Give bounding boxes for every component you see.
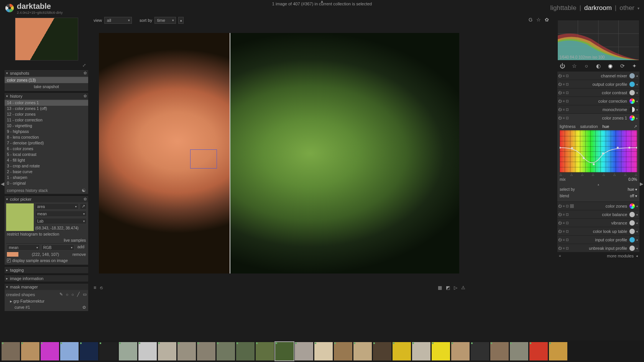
module-row[interactable]: ⏻≡⊡channel mixer◂ <box>557 71 639 80</box>
power-icon[interactable]: ⏻ <box>558 204 562 208</box>
history-item[interactable]: 4 - fill light <box>5 157 88 163</box>
picker-stat-dropdown[interactable]: mean <box>35 211 87 217</box>
history-item[interactable]: 14 - color zones 1 <box>5 100 88 106</box>
history-item[interactable]: 2 - base curve <box>5 169 88 175</box>
multi-instance-icon[interactable]: ≡ <box>563 116 565 120</box>
filmstrip-thumb[interactable] <box>510 342 528 360</box>
styles-icon[interactable]: ⎋ <box>100 285 103 290</box>
filmstrip-thumb[interactable] <box>21 342 39 360</box>
section-color-picker[interactable]: ▾ color picker ✿ <box>5 195 88 202</box>
navigation-thumbnail[interactable] <box>15 18 78 61</box>
tab-correct-icon[interactable]: ⟳ <box>618 63 627 69</box>
reset-icon[interactable]: ⊡ <box>566 74 569 78</box>
filmstrip-thumb[interactable] <box>256 342 274 360</box>
filmstrip-thumb[interactable] <box>41 342 59 360</box>
filmstrip-thumb[interactable] <box>2 342 20 360</box>
display-samples-checkbox[interactable] <box>7 259 11 262</box>
history-item[interactable]: 13 - color zones 1 (off) <box>5 106 88 111</box>
view-other[interactable]: other <box>619 4 634 12</box>
tab-saturation[interactable]: saturation <box>580 124 598 129</box>
filmstrip-thumb[interactable] <box>158 342 176 360</box>
filmstrip-thumb[interactable] <box>471 342 489 360</box>
sample-mode-dropdown[interactable]: mean <box>7 244 40 251</box>
eyedropper-icon[interactable]: ↗ <box>634 124 637 129</box>
multi-instance-icon[interactable]: ≡ <box>563 213 565 216</box>
module-row[interactable]: ⏻≡⊡color balance◂ <box>557 210 639 218</box>
module-row[interactable]: ⏻≡⊡output color profile◂ <box>557 80 639 88</box>
reset-icon[interactable]: ⊡ <box>566 108 569 111</box>
section-tagging[interactable]: ▸ tagging <box>5 266 88 273</box>
power-icon[interactable]: ⏻ <box>558 213 562 216</box>
pencil-icon[interactable]: ✎ <box>59 292 63 297</box>
chevron-down-icon[interactable]: ▾ <box>637 6 639 10</box>
compress-history-button[interactable]: compress history stack <box>7 188 82 193</box>
module-row[interactable]: ⏻≡⊡vibrance◂ <box>557 218 639 227</box>
filmstrip-thumb[interactable] <box>373 342 391 360</box>
expand-icon[interactable]: ◂ <box>635 74 639 78</box>
multi-instance-icon[interactable]: ≡ <box>563 221 565 225</box>
filmstrip-thumb[interactable] <box>177 342 196 360</box>
color-assessment-icon[interactable]: ▦ <box>438 285 442 290</box>
histogram[interactable]: 1/640 f/4.0 102mm iso 100 <box>557 20 639 61</box>
filmstrip-thumb[interactable] <box>334 342 352 360</box>
filmstrip-thumb[interactable] <box>490 342 509 360</box>
expand-icon[interactable]: ◂ <box>635 229 639 233</box>
history-item[interactable]: 5 - local contrast <box>5 152 88 157</box>
history-item[interactable]: 6 - color zones <box>5 146 88 152</box>
picker-mode-dropdown[interactable]: area <box>35 203 79 210</box>
power-icon[interactable]: ⏻ <box>558 221 562 225</box>
filmstrip-thumb[interactable] <box>236 342 255 360</box>
add-sample-button[interactable]: add <box>76 244 86 251</box>
history-item[interactable]: 0 - original <box>5 180 88 186</box>
collapse-right-icon[interactable]: ▶ <box>640 181 643 187</box>
reset-icon[interactable]: ⊡ <box>566 204 569 208</box>
take-snapshot-button[interactable]: take snapshot <box>5 83 88 90</box>
multi-instance-icon[interactable]: ≡ <box>563 74 565 78</box>
power-icon[interactable]: ⏻ <box>558 238 562 242</box>
filmstrip-thumb[interactable] <box>549 342 567 360</box>
expand-icon[interactable]: ◂ <box>635 99 639 103</box>
expand-icon[interactable]: ◂ <box>635 82 639 86</box>
multi-instance-icon[interactable]: ≡ <box>563 108 565 111</box>
expand-icon[interactable]: ◂ <box>635 246 639 250</box>
softproof-icon[interactable]: ▷ <box>454 285 457 290</box>
sort-direction-button[interactable]: ▴ <box>178 17 184 24</box>
gear-icon[interactable]: ✿ <box>545 17 549 23</box>
color-picker-area-rect[interactable] <box>190 149 217 169</box>
filmstrip-thumb[interactable] <box>393 342 411 360</box>
sort-dropdown[interactable]: time <box>154 17 176 24</box>
history-item[interactable]: 10 - vignetting <box>5 123 88 129</box>
power-icon[interactable]: ⏻ <box>558 91 562 95</box>
remove-sample-button[interactable]: remove <box>72 252 86 257</box>
expand-icon[interactable]: ◂ <box>635 238 639 242</box>
gear-icon[interactable]: ✿ <box>84 94 87 98</box>
history-item[interactable]: 11 - color correction <box>5 117 88 123</box>
expand-icon[interactable]: ◂ <box>635 204 639 208</box>
multi-instance-icon[interactable]: ≡ <box>563 99 565 103</box>
view-darkroom[interactable]: darkroom <box>584 4 612 12</box>
expand-icon[interactable]: ◂ <box>635 213 639 216</box>
expand-icon[interactable]: ◂ <box>635 91 639 95</box>
tab-lightness[interactable]: lightness <box>560 124 575 129</box>
expand-icon[interactable]: ◂ <box>635 221 639 225</box>
multi-instance-icon[interactable]: ≡ <box>563 229 565 233</box>
tab-favorites-icon[interactable]: ☆ <box>570 63 578 69</box>
power-icon[interactable]: ⏻ <box>558 99 562 103</box>
section-image-information[interactable]: ▸ image information <box>5 275 88 282</box>
tab-basic-icon[interactable]: ○ <box>582 63 591 69</box>
reset-icon[interactable]: ⊡ <box>566 82 569 86</box>
tab-effect-icon[interactable]: ✦ <box>630 63 639 69</box>
star-icon[interactable]: ☆ <box>536 17 541 23</box>
filmstrip[interactable] <box>0 341 644 362</box>
history-item[interactable]: 12 - color zones <box>5 111 88 117</box>
gear-icon[interactable]: ✿ <box>84 71 87 75</box>
reset-icon[interactable]: ⊡ <box>566 99 569 103</box>
history-item[interactable]: 3 - crop and rotate <box>5 163 88 169</box>
gamut-icon[interactable]: ⚠ <box>461 285 465 290</box>
picker-space-dropdown[interactable]: Lab <box>35 218 87 224</box>
module-row[interactable]: ⏻≡⊡color contrast◂ <box>557 88 639 97</box>
power-icon[interactable]: ⏻ <box>558 246 562 250</box>
quick-access-icon[interactable]: ≡ <box>94 285 96 290</box>
restrict-histogram-label[interactable]: restrict histogram to selection <box>7 232 59 236</box>
power-icon[interactable]: ⏻ <box>558 74 562 78</box>
